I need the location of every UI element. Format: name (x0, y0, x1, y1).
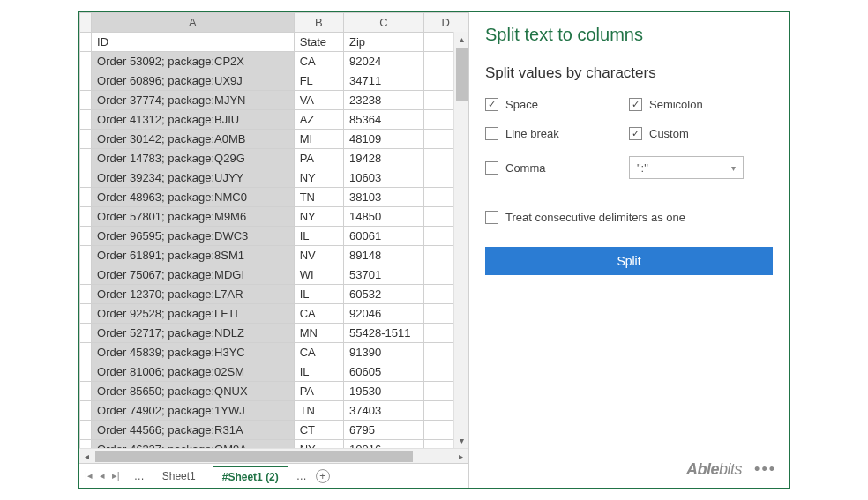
cell[interactable]: IL (294, 285, 343, 304)
cell[interactable]: AZ (294, 110, 343, 130)
cell[interactable]: 60061 (344, 227, 424, 246)
vertical-scrollbar[interactable]: ▴ ▾ (453, 32, 468, 448)
tab-more-left[interactable]: … (134, 470, 145, 482)
cell[interactable]: Order 52717; package:NDLZ (92, 324, 295, 343)
cell[interactable]: MI (294, 130, 343, 149)
cell[interactable]: 14850 (344, 207, 424, 227)
cell[interactable]: Order 75067; package:MDGI (92, 265, 295, 285)
cell[interactable]: 92024 (344, 52, 424, 71)
cell[interactable]: WI (294, 265, 343, 285)
cell[interactable]: Order 96595; package:DWC3 (92, 227, 295, 246)
select-all-corner[interactable] (80, 13, 92, 33)
cell[interactable]: Order 44566; package:R31A (92, 421, 295, 440)
tab-nav-prev[interactable]: ◂ (100, 470, 105, 481)
cell[interactable]: Order 37774; package:MJYN (92, 91, 295, 110)
scroll-right-button[interactable]: ▸ (453, 449, 468, 464)
panel-menu-button[interactable]: ••• (754, 460, 776, 479)
checkbox-treat-consecutive[interactable]: Treat consecutive delimiters as one (485, 211, 773, 224)
horizontal-scrollbar[interactable]: ◂ ▸ (79, 448, 468, 463)
tab-nav-first[interactable]: |◂ (85, 470, 93, 481)
checkbox-linebreak[interactable]: Line break (485, 127, 629, 140)
cell[interactable]: 23238 (344, 91, 424, 110)
cell[interactable]: Order 61891; package:8SM1 (92, 246, 295, 265)
column-header-c[interactable]: C (344, 13, 424, 33)
cell[interactable]: IL (294, 227, 343, 246)
tab-sheet1-2[interactable]: #Sheet1 (2) (213, 466, 288, 487)
cell[interactable]: FL (294, 71, 343, 91)
cell[interactable]: NY (294, 168, 343, 188)
scroll-down-button[interactable]: ▾ (454, 433, 468, 448)
cell[interactable]: 38103 (344, 188, 424, 207)
cell[interactable]: Order 57801; package:M9M6 (92, 207, 295, 227)
cell[interactable]: NY (294, 440, 343, 449)
tab-nav-next[interactable]: ▸| (112, 470, 120, 481)
custom-delimiter-dropdown[interactable]: ":" ▾ (629, 156, 744, 179)
cell[interactable]: Order 30142; package:A0MB (92, 130, 295, 149)
tab-sheet1[interactable]: Sheet1 (153, 466, 205, 486)
cell[interactable]: Order 45839; package:H3YC (92, 343, 295, 362)
cell[interactable]: NV (294, 246, 343, 265)
new-sheet-button[interactable]: + (316, 469, 330, 483)
cell[interactable]: CA (294, 304, 343, 324)
cell[interactable]: 48109 (344, 130, 424, 149)
cell[interactable]: Zip (344, 33, 424, 52)
cell[interactable]: 37403 (344, 401, 424, 421)
cell[interactable]: 89148 (344, 246, 424, 265)
cell[interactable]: Order 46327; package:QM9A (92, 440, 295, 449)
tab-more-right[interactable]: … (296, 470, 307, 482)
cell[interactable]: IL (294, 362, 343, 382)
horizontal-scroll-thumb[interactable] (95, 451, 413, 462)
cell[interactable]: 60605 (344, 362, 424, 382)
cell[interactable]: Order 85650; package:QNUX (92, 382, 295, 401)
checkbox-custom[interactable]: Custom (629, 127, 773, 140)
worksheet-grid[interactable]: A B C D IDStateZipOrder 53092; package:C… (79, 12, 468, 448)
cell[interactable]: Order 14783; package:Q29G (92, 149, 295, 168)
column-header-d[interactable]: D (423, 13, 468, 33)
cell[interactable]: 91390 (344, 343, 424, 362)
cell[interactable]: Order 39234; package:UJYY (92, 168, 295, 188)
cell[interactable]: VA (294, 91, 343, 110)
check-icon (485, 127, 498, 140)
checkbox-comma[interactable]: Comma (485, 156, 629, 179)
cell[interactable]: CA (294, 52, 343, 71)
cell[interactable]: Order 48963; package:NMC0 (92, 188, 295, 207)
cell[interactable]: CA (294, 343, 343, 362)
cell[interactable]: 60532 (344, 285, 424, 304)
cell[interactable]: PA (294, 382, 343, 401)
cell[interactable]: TN (294, 188, 343, 207)
cell[interactable]: 19428 (344, 149, 424, 168)
cell[interactable]: ID (92, 33, 295, 52)
cell[interactable]: 10016 (344, 440, 424, 449)
column-header-b[interactable]: B (294, 13, 343, 33)
cell[interactable]: Order 41312; package:BJIU (92, 110, 295, 130)
scroll-left-button[interactable]: ◂ (79, 449, 94, 464)
cell[interactable]: TN (294, 401, 343, 421)
vertical-scroll-thumb[interactable] (456, 48, 468, 101)
cell[interactable]: PA (294, 149, 343, 168)
cell[interactable]: 34711 (344, 71, 424, 91)
cell[interactable]: Order 74902; package:1YWJ (92, 401, 295, 421)
cell[interactable]: NY (294, 207, 343, 227)
cell[interactable]: CT (294, 421, 343, 440)
cell[interactable]: 10603 (344, 168, 424, 188)
cell[interactable]: 85364 (344, 110, 424, 130)
checkbox-label: Semicolon (649, 98, 703, 111)
cell[interactable]: Order 53092; package:CP2X (92, 52, 295, 71)
cell[interactable]: 53701 (344, 265, 424, 285)
cell[interactable]: 92046 (344, 304, 424, 324)
cell[interactable]: Order 12370; package:L7AR (92, 285, 295, 304)
cell[interactable]: 55428-1511 (344, 324, 424, 343)
cell[interactable]: Order 92528; package:LFTI (92, 304, 295, 324)
scroll-up-button[interactable]: ▴ (454, 32, 468, 47)
column-header-a[interactable]: A (92, 13, 295, 33)
split-button[interactable]: Split (485, 247, 773, 275)
cell[interactable]: State (294, 33, 343, 52)
cell[interactable]: 19530 (344, 382, 424, 401)
cell[interactable]: Order 81006; package:02SM (92, 362, 295, 382)
cell[interactable]: Order 60896; package:UX9J (92, 71, 295, 91)
checkbox-semicolon[interactable]: Semicolon (629, 98, 773, 111)
cell[interactable]: 6795 (344, 421, 424, 440)
checkbox-space[interactable]: Space (485, 98, 629, 111)
cell[interactable]: MN (294, 324, 343, 343)
panel-subtitle: Split values by characters (485, 64, 773, 82)
